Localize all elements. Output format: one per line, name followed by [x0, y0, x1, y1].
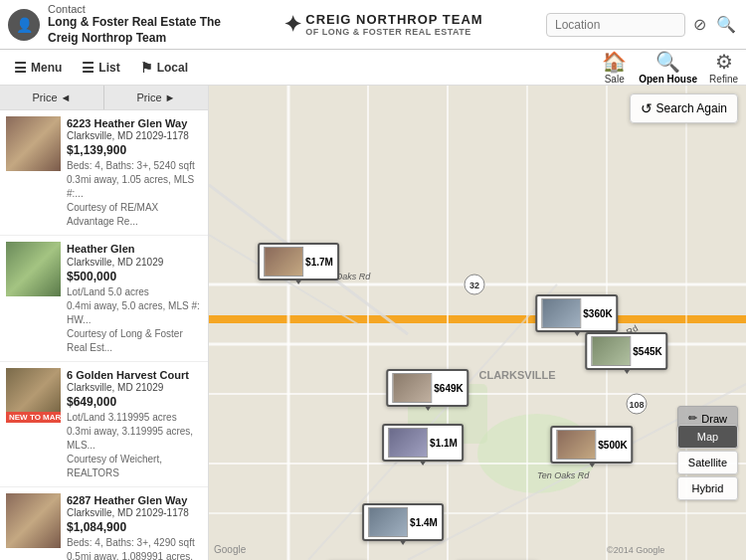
hybrid-view-button[interactable]: Hybrid	[677, 476, 738, 500]
map-marker[interactable]: $360K	[535, 294, 618, 332]
svg-text:©2014 Google: ©2014 Google	[607, 545, 664, 555]
map-marker[interactable]: $649K	[386, 369, 468, 407]
toolbar-right: 🏠 Sale 🔍 Open House ⚙ Refine	[602, 50, 738, 85]
map-marker[interactable]: $500K	[550, 426, 633, 464]
marker-thumbnail	[368, 507, 408, 537]
price-navigation: Price ◄ Price ►	[0, 86, 208, 110]
marker-thumbnail	[541, 298, 581, 328]
flag-icon: ⚑	[140, 60, 153, 76]
toolbar-left: ☰ Menu ☰ List ⚑ Local	[8, 56, 194, 80]
menu-icon: ☰	[14, 60, 27, 76]
local-button[interactable]: ⚑ Local	[134, 56, 194, 80]
listing-thumbnail: NEW TO MARKET	[6, 368, 61, 423]
price-prev-button[interactable]: Price ◄	[0, 86, 104, 109]
header: 👤 Contact Long & Foster Real Estate The …	[0, 0, 746, 50]
marker-thumbnail	[591, 336, 631, 366]
listing-thumbnail	[6, 493, 61, 548]
header-right: ⊘ 🔍	[546, 13, 738, 37]
refine-action[interactable]: ⚙ Refine	[709, 50, 738, 85]
map-area[interactable]: 32 108 Ten Oaks Rd Ten Oaks Rd New Cut R…	[209, 86, 746, 560]
search-button[interactable]: 🔍	[714, 13, 738, 36]
search-again-button[interactable]: ↺ Search Again	[630, 93, 738, 123]
marker-thumbnail	[392, 373, 432, 403]
map-marker[interactable]: $545K	[585, 332, 667, 370]
map-marker[interactable]: $1.4M	[362, 503, 444, 541]
list-button[interactable]: ☰ List	[76, 56, 125, 80]
listing-info: 6223 Heather Glen Way Clarksville, MD 21…	[67, 116, 202, 229]
open-house-icon: 🔍	[655, 50, 680, 74]
svg-text:Google: Google	[214, 544, 247, 555]
clear-search-button[interactable]: ⊘	[691, 13, 708, 36]
svg-text:CLARKSVILLE: CLARKSVILLE	[479, 369, 556, 381]
marker-thumbnail	[264, 247, 303, 277]
listing-info: Heather Glen Clarksville, MD 21029 $500,…	[67, 242, 202, 354]
satellite-view-button[interactable]: Satellite	[677, 451, 738, 474]
map-roads-svg: 32 108 Ten Oaks Rd Ten Oaks Rd New Cut R…	[209, 86, 746, 560]
marker-thumbnail	[556, 430, 596, 460]
avatar: 👤	[8, 9, 40, 41]
location-search-input[interactable]	[546, 13, 685, 37]
open-house-action[interactable]: 🔍 Open House	[639, 50, 697, 85]
pencil-icon: ✏	[688, 412, 697, 425]
map-marker[interactable]: $1.1M	[382, 424, 464, 462]
refine-icon: ⚙	[715, 50, 733, 74]
menu-button[interactable]: ☰ Menu	[8, 56, 68, 80]
logo-sub-text: OF LONG & FOSTER REAL ESTATE	[305, 27, 482, 37]
map-view-controls: Map Satellite Hybrid	[677, 425, 738, 500]
listing-info: 6 Golden Harvest Court Clarksville, MD 2…	[67, 368, 202, 480]
contact-button[interactable]: Contact	[48, 3, 221, 15]
list-icon: ☰	[82, 60, 94, 76]
header-logo: ✦ CREIG NORTHROP TEAM OF LONG & FOSTER R…	[283, 12, 482, 38]
listing-info: 6287 Heather Glen Way Clarksville, MD 21…	[67, 493, 202, 560]
svg-text:Ten Oaks Rd: Ten Oaks Rd	[537, 470, 590, 480]
svg-text:32: 32	[469, 280, 479, 290]
refresh-icon: ↺	[641, 100, 653, 116]
list-item[interactable]: NEW TO MARKET 6 Golden Harvest Court Cla…	[0, 362, 208, 487]
listings-list: 6223 Heather Glen Way Clarksville, MD 21…	[0, 110, 208, 560]
svg-point-21	[627, 394, 647, 414]
svg-text:108: 108	[629, 400, 644, 410]
left-panel: Price ◄ Price ► 6223 Heather Glen Way Cl…	[0, 86, 209, 560]
list-item[interactable]: 6223 Heather Glen Way Clarksville, MD 21…	[0, 110, 208, 236]
map-background: 32 108 Ten Oaks Rd Ten Oaks Rd New Cut R…	[209, 86, 746, 560]
map-view-button[interactable]: Map	[677, 425, 738, 449]
logo-main-text: CREIG NORTHROP TEAM	[305, 12, 482, 27]
list-item[interactable]: Heather Glen Clarksville, MD 21029 $500,…	[0, 236, 208, 361]
map-marker[interactable]: $1.7M	[258, 243, 339, 280]
sale-action[interactable]: 🏠 Sale	[602, 50, 627, 85]
main-content: Price ◄ Price ► 6223 Heather Glen Way Cl…	[0, 86, 746, 560]
sale-icon: 🏠	[602, 50, 627, 74]
header-left: 👤 Contact Long & Foster Real Estate The …	[8, 3, 221, 46]
svg-rect-0	[209, 86, 746, 560]
list-item[interactable]: 6287 Heather Glen Way Clarksville, MD 21…	[0, 487, 208, 560]
marker-thumbnail	[388, 428, 428, 458]
new-to-market-badge: NEW TO MARKET	[6, 412, 61, 423]
listing-thumbnail	[6, 116, 61, 171]
logo-star-icon: ✦	[283, 12, 301, 38]
toolbar: ☰ Menu ☰ List ⚑ Local 🏠 Sale 🔍 Open Hous…	[0, 50, 746, 86]
header-title: Long & Foster Real Estate The Creig Nort…	[48, 15, 221, 46]
svg-point-19	[465, 275, 484, 294]
price-next-button[interactable]: Price ►	[104, 86, 208, 109]
listing-thumbnail	[6, 242, 61, 296]
